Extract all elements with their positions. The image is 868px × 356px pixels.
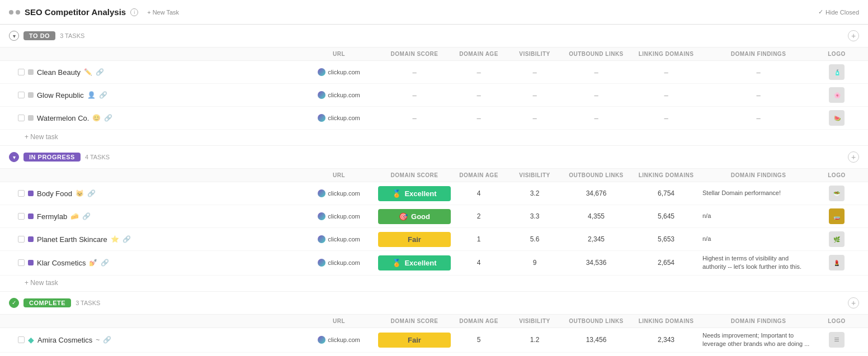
task-name: Klar Cosmetics	[37, 259, 86, 267]
task-avatar-icon: 👤	[87, 91, 96, 99]
new-task-button[interactable]: + New Task	[143, 7, 183, 17]
logo-thumb: 🧴	[829, 64, 845, 80]
section-todo: ▾ TO DO 3 TASKS + URL DOMAIN SCORE DOMAI…	[0, 25, 868, 146]
task-color-dot	[28, 92, 34, 98]
task-link-icon[interactable]: 🔗	[82, 212, 91, 220]
add-section-btn-complete[interactable]: +	[848, 297, 859, 308]
clickup-icon	[318, 259, 326, 267]
clickup-icon	[318, 68, 326, 76]
table-row: Planet Earth Skincare ⭐ 🔗 clickup.com Fa…	[0, 228, 868, 251]
task-link-icon[interactable]: 🔗	[122, 235, 131, 243]
task-link-icon[interactable]: 🔗	[103, 336, 111, 344]
clickup-icon	[318, 189, 326, 197]
section-header-complete: ✓ COMPLETE 3 TASKS +	[0, 292, 868, 315]
section-toggle-complete[interactable]: ✓	[9, 298, 19, 308]
dot1	[9, 10, 13, 15]
task-emoji-icon: 😺	[76, 189, 84, 197]
task-emoji-icon: 💅	[89, 259, 97, 267]
task-name: Body Food	[37, 189, 72, 198]
table-row: ◆ Amira Cosmetics ~ 🔗 clickup.com Fair 5…	[0, 328, 868, 353]
clickup-icon	[318, 235, 326, 243]
col-headers-complete: URL DOMAIN SCORE DOMAIN AGE VISIBILITY O…	[0, 315, 868, 328]
section-badge-complete: COMPLETE	[23, 298, 71, 307]
table-row: Glow Republic 👤 🔗 clickup.com – – – – – …	[0, 84, 868, 107]
section-badge-inprogress: IN PROGRESS	[23, 153, 81, 162]
section-toggle-inprogress[interactable]: ▾	[9, 152, 19, 162]
task-emoji-icon: ~	[96, 336, 100, 344]
clickup-icon	[318, 336, 326, 344]
table-row: Clean Beauty ✏️ 🔗 clickup.com – – – – – …	[0, 61, 868, 84]
task-name: Fermylab	[37, 212, 67, 221]
task-emoji-icon: ✏️	[84, 68, 92, 76]
new-task-row[interactable]: + New task	[0, 130, 868, 146]
main-content: ▾ TO DO 3 TASKS + URL DOMAIN SCORE DOMAI…	[0, 25, 868, 356]
logo-thumb: 🌸	[829, 87, 845, 103]
table-row: Fermylab 🧀 🔗 clickup.com 🎯Good 2 3.3 4,3…	[0, 205, 868, 228]
task-color-dot	[28, 115, 34, 121]
section-toggle-todo[interactable]: ▾	[9, 31, 19, 41]
task-emoji-icon: 🧀	[70, 212, 79, 220]
task-color-dot	[28, 236, 34, 242]
task-link-icon[interactable]: 🔗	[104, 114, 112, 122]
task-emoji-icon: ⭐	[111, 235, 119, 243]
logo-thumb: 💄	[829, 255, 845, 270]
table-row: Watermelon Co. 😊 🔗 clickup.com – – – – –…	[0, 107, 868, 130]
task-checkbox[interactable]	[18, 236, 25, 243]
task-color-dot	[28, 69, 34, 75]
task-name: Amira Cosmetics	[37, 336, 92, 344]
task-count-todo: 3 TASKS	[60, 32, 84, 39]
task-link-icon[interactable]: 🔗	[101, 259, 109, 267]
task-checkbox[interactable]	[18, 115, 25, 121]
section-header-todo: ▾ TO DO 3 TASKS +	[0, 25, 868, 48]
logo-thumb: 🧫	[829, 208, 845, 224]
section-header-inprogress: ▾ IN PROGRESS 4 TASKS +	[0, 146, 868, 169]
col-headers-inprogress: URL DOMAIN SCORE DOMAIN AGE VISIBILITY O…	[0, 169, 868, 182]
breadcrumb-dots	[9, 10, 20, 15]
task-color-dot	[28, 213, 34, 219]
task-link-icon[interactable]: 🔗	[96, 68, 104, 76]
page-title: SEO Competitor Analysis	[25, 7, 126, 17]
table-row: Body Food 😺 🔗 clickup.com 🏅Excellent 4 3…	[0, 182, 868, 205]
add-section-btn-todo[interactable]: +	[848, 30, 859, 41]
task-color-dot	[28, 260, 34, 265]
logo-thumb: 🥗	[829, 186, 845, 201]
task-link-icon[interactable]: 🔗	[87, 189, 96, 197]
task-name: Watermelon Co.	[37, 114, 89, 122]
task-checkbox[interactable]	[18, 336, 25, 343]
section-complete: ✓ COMPLETE 3 TASKS + URL DOMAIN SCORE DO…	[0, 292, 868, 356]
hide-closed-button[interactable]: ✓ Hide Closed	[818, 8, 859, 16]
col-headers-todo: URL DOMAIN SCORE DOMAIN AGE VISIBILITY O…	[0, 48, 868, 61]
task-color-dot	[28, 191, 34, 196]
section-badge-todo: TO DO	[23, 31, 55, 40]
section-inprogress: ▾ IN PROGRESS 4 TASKS + URL DOMAIN SCORE…	[0, 146, 868, 292]
task-name: Planet Earth Skincare	[37, 235, 107, 244]
task-name: Glow Republic	[37, 91, 84, 99]
info-icon[interactable]: i	[130, 8, 138, 16]
logo-thumb: 🍉	[829, 110, 845, 126]
table-row: Klar Cosmetics 💅 🔗 clickup.com 🏅Excellen…	[0, 251, 868, 276]
task-link-icon[interactable]: 🔗	[99, 91, 107, 99]
task-checkbox[interactable]	[18, 69, 25, 75]
table-row: ■ Skin Labs 🌸 🔗 clickup.com 🎯Poor 10 1.4…	[0, 353, 868, 356]
clickup-icon	[318, 114, 326, 122]
add-section-btn-inprogress[interactable]: +	[848, 151, 859, 163]
task-checkbox[interactable]	[18, 190, 25, 197]
task-count-complete: 3 TASKS	[76, 300, 100, 306]
checkmark-icon: ✓	[818, 8, 823, 16]
logo-thumb: 🌿	[829, 231, 845, 247]
logo-thumb: ≡	[829, 332, 845, 348]
task-name: Clean Beauty	[37, 68, 81, 77]
top-bar: SEO Competitor Analysis i + New Task ✓ H…	[0, 0, 868, 25]
diamond-icon: ◆	[28, 335, 34, 344]
task-checkbox[interactable]	[18, 92, 25, 98]
task-count-inprogress: 4 TASKS	[85, 154, 110, 160]
task-checkbox[interactable]	[18, 213, 25, 220]
new-task-row[interactable]: + New task	[0, 276, 868, 292]
task-checkbox[interactable]	[18, 259, 25, 266]
clickup-icon	[318, 212, 326, 220]
dot2	[16, 10, 20, 15]
task-emoji-icon: 😊	[92, 114, 101, 122]
clickup-icon	[318, 91, 326, 99]
